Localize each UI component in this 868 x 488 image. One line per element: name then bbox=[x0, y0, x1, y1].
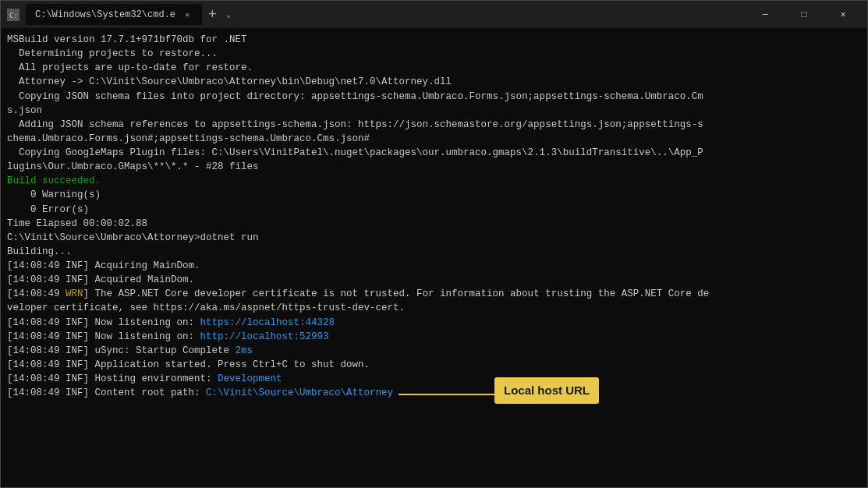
terminal-window: C: C:\Windows\System32\cmd.e ✕ + ⌄ ─ □ ✕ bbox=[0, 0, 868, 488]
annotation-label: Local host URL bbox=[504, 384, 590, 397]
annotation-box: Local host URL bbox=[494, 377, 599, 404]
terminal-line: chema.Umbraco.Forms.json#;appsettings-sc… bbox=[7, 132, 861, 146]
terminal-line: Copying JSON schema files into project d… bbox=[7, 90, 861, 104]
terminal-line: [14:08:49 WRN] The ASP.NET Core develope… bbox=[7, 287, 861, 301]
new-tab-button[interactable]: + bbox=[204, 8, 221, 22]
terminal-line: s.json bbox=[7, 104, 861, 118]
terminal-line: Copying GoogleMaps Plugin files: C:\User… bbox=[7, 146, 861, 160]
terminal-line: Building... bbox=[7, 245, 861, 259]
terminal-line: Time Elapsed 00:00:02.88 bbox=[7, 217, 861, 231]
app-icon: C: bbox=[7, 9, 19, 21]
tab-dropdown-button[interactable]: ⌄ bbox=[223, 9, 235, 19]
terminal-line: [14:08:49 INF] Now listening on: http://… bbox=[7, 330, 861, 344]
terminal-output: MSBuild version 17.7.1+971bf70db for .NE… bbox=[1, 28, 867, 487]
terminal-line: Attorney -> C:\Vinit\Source\Umbraco\Atto… bbox=[7, 75, 861, 89]
terminal-line: veloper certificate, see https://aka.ms/… bbox=[7, 301, 861, 315]
maximize-button[interactable]: □ bbox=[786, 1, 822, 28]
tab-label: C:\Windows\System32\cmd.e bbox=[35, 9, 175, 20]
terminal-line: [14:08:49 INF] uSync: Startup Complete 2… bbox=[7, 344, 861, 358]
terminal-line: Build succeeded. bbox=[7, 174, 861, 188]
terminal-line: [14:08:49 INF] Hosting environment: Deve… bbox=[7, 372, 861, 386]
terminal-line: [14:08:49 INF] Acquiring MainDom. bbox=[7, 259, 861, 273]
terminal-line: MSBuild version 17.7.1+971bf70db for .NE… bbox=[7, 33, 861, 47]
tab-area: C:\Windows\System32\cmd.e ✕ + ⌄ bbox=[26, 4, 741, 25]
terminal-line: [14:08:49 INF] Application started. Pres… bbox=[7, 358, 861, 372]
svg-text:C:: C: bbox=[9, 12, 18, 19]
terminal-line: lugins\Our.Umbraco.GMaps\**\*.* - #28 fi… bbox=[7, 160, 861, 174]
tab-close-button[interactable]: ✕ bbox=[182, 9, 193, 20]
terminal-line: Determining projects to restore... bbox=[7, 47, 861, 61]
terminal-line: [14:08:49 INF] Acquired MainDom. bbox=[7, 273, 861, 287]
terminal-line: Adding JSON schema references to appsett… bbox=[7, 118, 861, 132]
annotation-arrow bbox=[399, 394, 500, 395]
terminal-line: [14:08:49 INF] Now listening on: https:/… bbox=[7, 316, 861, 330]
active-tab[interactable]: C:\Windows\System32\cmd.e ✕ bbox=[26, 4, 202, 25]
titlebar: C: C:\Windows\System32\cmd.e ✕ + ⌄ ─ □ ✕ bbox=[1, 1, 867, 28]
window-controls: ─ □ ✕ bbox=[747, 1, 861, 28]
close-button[interactable]: ✕ bbox=[825, 1, 861, 28]
terminal-line: All projects are up-to-date for restore. bbox=[7, 61, 861, 75]
terminal-line: C:\Vinit\Source\Umbraco\Attorney>dotnet … bbox=[7, 231, 861, 245]
terminal-line: 0 Warning(s) bbox=[7, 188, 861, 202]
terminal-line: 0 Error(s) bbox=[7, 203, 861, 217]
terminal-lines: MSBuild version 17.7.1+971bf70db for .NE… bbox=[7, 33, 861, 400]
minimize-button[interactable]: ─ bbox=[747, 1, 783, 28]
